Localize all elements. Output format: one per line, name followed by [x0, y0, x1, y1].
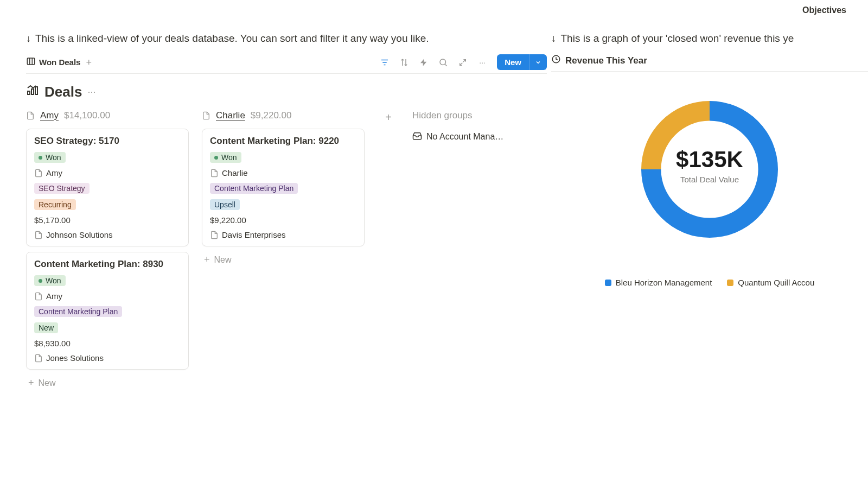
page-icon	[34, 292, 43, 301]
add-card-button[interactable]: +New	[202, 252, 365, 268]
deal-card[interactable]: Content Marketing Plan: 9220WonCharlieCo…	[202, 129, 365, 246]
card-amount: $8,930.00	[34, 339, 181, 348]
revenue-hint: ↓ This is a graph of your 'closed won' r…	[551, 33, 868, 45]
legend-item[interactable]: Bleu Horizon Management	[605, 278, 712, 287]
hidden-groups-column: Hidden groupsNo Account Mana…	[412, 110, 532, 391]
chart-view-label: Revenue This Year	[565, 55, 647, 66]
arrow-down-icon: ↓	[26, 33, 31, 45]
add-column-button[interactable]: +	[385, 111, 392, 391]
add-view-button[interactable]: +	[86, 58, 92, 67]
deals-linked-view: ↓ This is a linked-view of your deals da…	[26, 33, 547, 495]
inbox-icon	[412, 131, 422, 143]
board-icon	[26, 56, 36, 68]
deals-hint-text: This is a linked-view of your deals data…	[35, 33, 429, 45]
page-icon	[34, 231, 43, 239]
svg-rect-0	[27, 58, 35, 65]
column-header[interactable]: Amy$14,100.00	[26, 110, 189, 121]
legend-swatch	[727, 280, 733, 286]
objectives-link[interactable]: Objectives	[802, 5, 846, 15]
deal-card[interactable]: SEO Strategy: 5170WonAmySEO StrategyRecu…	[26, 129, 189, 246]
card-owner: Amy	[46, 291, 62, 301]
legend-label: Quantum Quill Accou	[738, 278, 814, 287]
svg-line-7	[445, 64, 447, 66]
page-icon	[34, 169, 43, 177]
revenue-hint-text: This is a graph of your 'closed won' rev…	[561, 33, 794, 45]
category-pill: Content Marketing Plan	[210, 183, 298, 194]
card-owner: Amy	[46, 168, 62, 177]
legend-item[interactable]: Quantum Quill Accou	[727, 278, 814, 287]
page-icon	[26, 111, 35, 120]
hidden-groups-header[interactable]: Hidden groups	[412, 110, 532, 121]
card-company: Johnson Solutions	[46, 230, 113, 239]
deals-title-text[interactable]: Deals	[44, 84, 82, 100]
category-pill: SEO Strategy	[34, 183, 90, 194]
board-column: Amy$14,100.00SEO Strategy: 5170WonAmySEO…	[26, 110, 189, 391]
page-icon	[34, 354, 43, 363]
card-owner: Charlie	[222, 168, 248, 177]
deal-type-pill: Upsell	[210, 199, 240, 210]
clock-icon	[551, 54, 561, 67]
arrow-down-icon: ↓	[551, 33, 557, 45]
deal-type-pill: New	[34, 322, 58, 333]
card-amount: $9,220.00	[210, 215, 356, 225]
revenue-panel: ↓ This is a graph of your 'closed won' r…	[551, 33, 868, 495]
plus-icon: +	[28, 377, 34, 389]
legend-swatch	[605, 280, 611, 286]
board-column: Charlie$9,220.00Content Marketing Plan: …	[202, 110, 365, 391]
card-title: Content Marketing Plan: 8930	[34, 259, 181, 270]
deal-card[interactable]: Content Marketing Plan: 8930WonAmyConten…	[26, 252, 189, 370]
deals-title-more-icon[interactable]: ···	[87, 86, 95, 98]
card-amount: $5,170.00	[34, 215, 181, 225]
status-pill: Won	[210, 152, 241, 163]
page-icon	[210, 231, 219, 239]
status-pill: Won	[34, 152, 66, 163]
card-title: SEO Strategy: 5170	[34, 136, 181, 147]
legend-label: Bleu Horizon Management	[616, 278, 712, 287]
view-bar: Won Deals + ···	[26, 54, 547, 74]
new-button-dropdown[interactable]	[529, 54, 547, 70]
more-icon[interactable]: ···	[477, 58, 487, 67]
sort-icon[interactable]	[399, 58, 409, 67]
deals-title-row: Deals ···	[26, 84, 547, 100]
svg-rect-10	[35, 87, 37, 94]
page-icon	[210, 169, 219, 177]
page-icon	[202, 111, 210, 120]
lightning-icon[interactable]	[419, 58, 429, 67]
chart-view-tab[interactable]: Revenue This Year	[551, 54, 868, 72]
card-title: Content Marketing Plan: 9220	[210, 136, 356, 147]
view-tab-label: Won Deals	[39, 58, 80, 67]
deals-hint: ↓ This is a linked-view of your deals da…	[26, 33, 547, 45]
chart-legend: Bleu Horizon ManagementQuantum Quill Acc…	[596, 278, 824, 287]
column-amount: $9,220.00	[251, 110, 292, 121]
deal-type-pill: Recurring	[34, 199, 76, 210]
deals-title-icon	[26, 84, 39, 100]
card-company: Jones Solutions	[46, 353, 104, 363]
new-button[interactable]: New	[497, 54, 529, 70]
status-pill: Won	[34, 275, 66, 286]
view-tab-won-deals[interactable]: Won Deals	[26, 56, 80, 68]
donut-center-value: $135K	[596, 147, 824, 173]
hidden-group-item[interactable]: No Account Mana…	[412, 129, 532, 145]
svg-point-6	[440, 59, 446, 65]
donut-center-label: Total Deal Value	[596, 175, 824, 184]
column-name[interactable]: Charlie	[216, 110, 245, 121]
plus-icon: +	[204, 254, 210, 265]
column-header[interactable]: Charlie$9,220.00	[202, 110, 365, 121]
svg-rect-8	[28, 91, 30, 94]
filter-icon[interactable]	[380, 58, 390, 67]
card-company: Davis Enterprises	[222, 230, 286, 239]
search-icon[interactable]	[438, 58, 448, 67]
category-pill: Content Marketing Plan	[34, 306, 122, 317]
deals-board: Amy$14,100.00SEO Strategy: 5170WonAmySEO…	[26, 110, 547, 391]
add-card-button[interactable]: +New	[26, 375, 189, 391]
expand-icon[interactable]	[458, 58, 468, 67]
column-name[interactable]: Amy	[40, 110, 59, 121]
donut-chart: $135K Total Deal Value Bleu Horizon Mana…	[596, 93, 824, 287]
svg-rect-9	[31, 89, 34, 94]
column-amount: $14,100.00	[64, 110, 110, 121]
